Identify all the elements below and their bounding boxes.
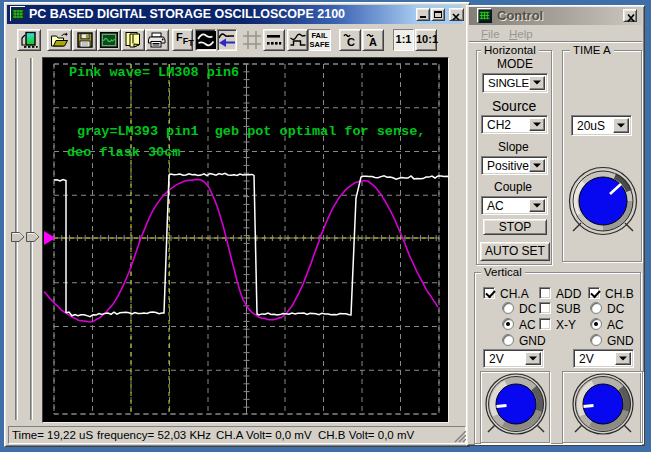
svg-text:C: C — [347, 36, 355, 48]
svg-text:A: A — [369, 36, 377, 48]
